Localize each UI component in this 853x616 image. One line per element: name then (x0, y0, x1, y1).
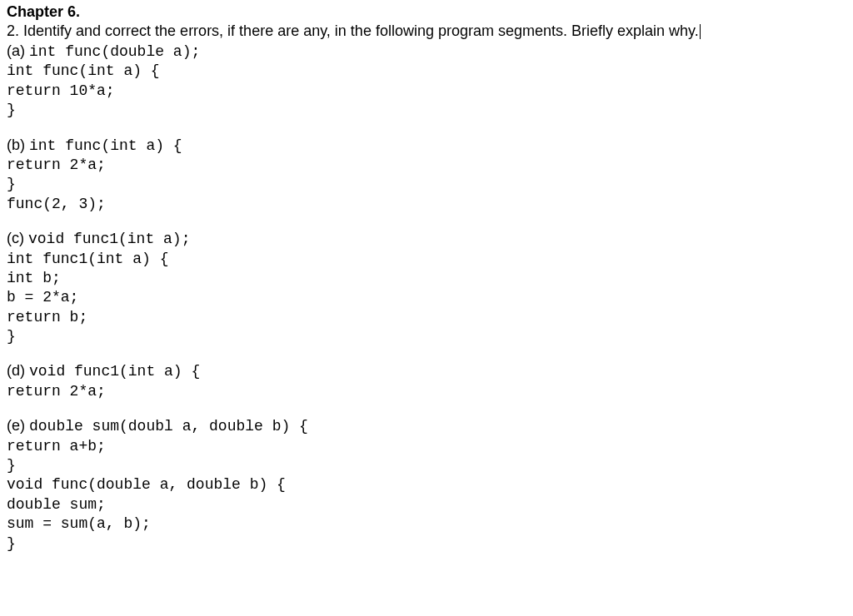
segment-c: (c) void func1(int a); int func1(int a) … (7, 229, 846, 346)
code-line: double sum; (7, 495, 846, 514)
code-line: } (7, 327, 846, 346)
question-label: 2. Identify and correct the errors, if t… (7, 22, 699, 39)
text-cursor (700, 24, 701, 39)
question-text: 2. Identify and correct the errors, if t… (7, 22, 846, 40)
code-line: sum = sum(a, b); (7, 514, 846, 534)
chapter-title: Chapter 6. (7, 3, 846, 21)
segment-e: (e) double sum(doubl a, double b) { retu… (7, 416, 846, 554)
segment-label: (e) (7, 417, 29, 434)
code-line: int func1(int a) { (7, 250, 846, 269)
segment-label: (b) (7, 137, 29, 153)
code-line: return 10*a; (7, 82, 846, 101)
code-line: void func(double a, double b) { (7, 475, 846, 494)
code-line: int func(double a); (29, 43, 200, 60)
code-line: int b; (7, 269, 846, 288)
code-line: } (7, 101, 846, 120)
code-line: return 2*a; (7, 382, 846, 401)
code-line: int func(int a) { (7, 62, 846, 81)
code-line: int func(int a) { (29, 137, 182, 154)
segment-a: (a) int func(double a); int func(int a) … (7, 42, 846, 121)
segment-b: (b) int func(int a) { return 2*a; } func… (7, 136, 846, 215)
code-line: return a+b; (7, 437, 846, 456)
code-line: void func1(int a) { (29, 363, 200, 380)
segment-d: (d) void func1(int a) { return 2*a; (7, 361, 846, 401)
code-line: } (7, 534, 846, 554)
code-line: } (7, 456, 846, 475)
code-line: void func1(int a); (28, 231, 190, 247)
segment-label: (d) (7, 362, 29, 379)
code-line: } (7, 175, 846, 194)
code-line: return 2*a; (7, 156, 846, 175)
segment-label: (c) (7, 230, 28, 246)
code-line: b = 2*a; (7, 288, 846, 307)
code-line: double sum(doubl a, double b) { (29, 418, 308, 435)
code-line: return b; (7, 308, 846, 327)
code-line: func(2, 3); (7, 195, 846, 214)
segment-label: (a) (7, 42, 29, 59)
